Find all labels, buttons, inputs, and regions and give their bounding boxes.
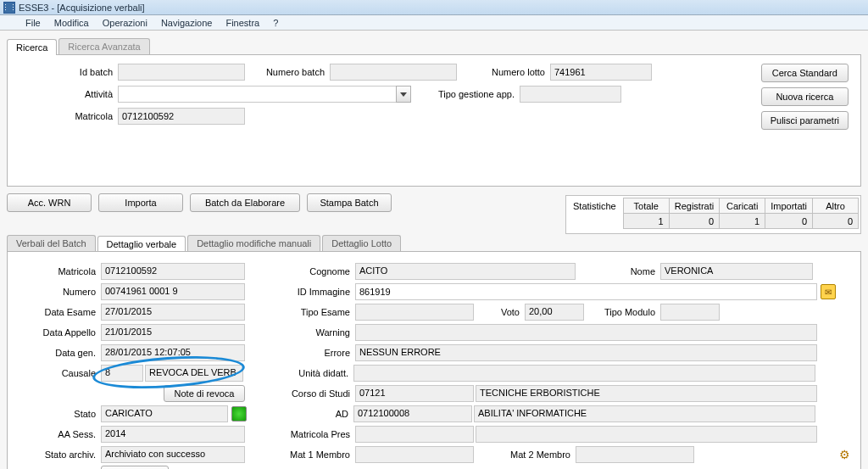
tab-dettaglio-lotto[interactable]: Dettaglio Lotto <box>322 235 401 251</box>
lbl-numero-lotto: Numero lotto <box>457 67 550 77</box>
lbl-d-ad: AD <box>247 409 353 419</box>
lbl-d-errore: Errore <box>245 348 355 358</box>
stats-table: Statistiche Totale Registrati Caricati I… <box>565 195 861 234</box>
detail-panel: Matricola 0712100592 Cognome ACITO Nome … <box>7 251 861 469</box>
gear-icon[interactable]: ⚙ <box>837 447 852 462</box>
tab-verbali-batch[interactable]: Verbali del Batch <box>7 235 96 251</box>
val-caricati: 1 <box>720 214 765 229</box>
btn-batch-da-elaborare[interactable]: Batch da Elaborare <box>190 193 300 212</box>
btn-archivia[interactable]: Archivia <box>101 466 169 469</box>
app-logo-icon: ⋮⋮ <box>3 2 15 14</box>
val-d-mat-pres <box>355 426 474 443</box>
val-d-ad-desc: ABILITA' INFORMATICHE <box>474 405 815 422</box>
val-d-stato: CARICATO <box>101 405 228 422</box>
menu-modifica[interactable]: Modifica <box>47 18 96 28</box>
val-altro: 0 <box>813 214 859 229</box>
menu-navigazione[interactable]: Navigazione <box>154 18 220 28</box>
input-attivita[interactable] <box>118 86 396 103</box>
val-d-ad-code: 0712100008 <box>353 405 472 422</box>
btn-note-di-revoca[interactable]: Note di revoca <box>164 385 245 402</box>
lbl-d-aa: AA Sess. <box>16 429 101 439</box>
val-d-voto: 20,00 <box>525 304 584 321</box>
lbl-d-stato-arch: Stato archiv. <box>16 449 101 460</box>
val-d-numero: 00741961 0001 9 <box>101 283 245 300</box>
val-d-warning <box>355 324 817 341</box>
tab-ricerca[interactable]: Ricerca <box>7 39 57 55</box>
btn-acc-wrn[interactable]: Acc. WRN <box>7 193 92 212</box>
lbl-d-cognome: Cognome <box>245 266 355 276</box>
val-d-mat2 <box>576 446 694 463</box>
col-totale: Totale <box>623 198 669 214</box>
val-d-matricola: 0712100592 <box>101 263 245 280</box>
folder-icon[interactable]: ✉ <box>821 284 836 299</box>
lbl-id-batch: Id batch <box>16 67 118 77</box>
lbl-tipo-gestione: Tipo gestione app. <box>411 89 520 99</box>
val-d-nome: VERONICA <box>660 263 813 280</box>
search-tabstrip: Ricerca Ricerca Avanzata <box>7 36 861 54</box>
lbl-d-data-appello: Data Appello <box>16 327 101 338</box>
lbl-d-numero: Numero <box>16 287 101 297</box>
val-totale: 1 <box>623 214 669 229</box>
val-d-cognome: ACITO <box>355 263 576 280</box>
btn-nuova-ricerca[interactable]: Nuova ricerca <box>761 87 849 106</box>
val-d-errore: NESSUN ERRORE <box>355 344 817 361</box>
lbl-d-id-immagine: ID Immagine <box>245 287 355 297</box>
val-d-mat1 <box>355 446 474 463</box>
chevron-down-icon[interactable] <box>396 86 411 103</box>
input-tipo-gestione[interactable] <box>520 86 621 103</box>
doc-icon <box>3 17 15 29</box>
menubar: File Modifica Operazioni Navigazione Fin… <box>0 15 868 31</box>
val-d-data-esame: 27/01/2015 <box>101 304 245 321</box>
input-id-batch[interactable] <box>118 64 245 81</box>
detail-tabstrip: Verbali del Batch Dettaglio verbale Dett… <box>7 232 861 251</box>
lbl-d-stato: Stato <box>16 409 101 419</box>
col-caricati: Caricati <box>720 198 765 214</box>
lbl-d-mat1: Mat 1 Membro <box>245 449 355 460</box>
lbl-d-mat-pres: Matricola Pres <box>245 429 355 439</box>
lbl-d-tipo-modulo: Tipo Modulo <box>584 307 660 317</box>
val-d-unita <box>353 365 815 382</box>
btn-importa[interactable]: Importa <box>98 193 183 212</box>
val-d-tipo-esame <box>355 304 474 321</box>
tab-dettaglio-modifiche[interactable]: Dettaglio modifiche manuali <box>187 235 320 251</box>
input-d-id-immagine[interactable] <box>355 283 817 300</box>
lbl-d-mat2: Mat 2 Membro <box>474 449 576 460</box>
val-d-data-gen: 28/01/2015 12:07:05 <box>101 344 245 361</box>
btn-stampa-batch[interactable]: Stampa Batch <box>307 193 392 212</box>
val-d-data-appello: 21/01/2015 <box>101 324 245 341</box>
status-green-icon <box>231 406 247 422</box>
val-d-tipo-modulo <box>660 304 720 321</box>
val-d-causale-desc: REVOCA DEL VERB <box>145 365 243 382</box>
tab-dettaglio-verbale[interactable]: Dettaglio verbale <box>97 236 186 252</box>
menu-file[interactable]: File <box>19 18 47 28</box>
val-d-mat-pres-desc <box>476 426 817 443</box>
lbl-numero-batch: Numero batch <box>245 67 330 77</box>
input-numero-batch[interactable] <box>330 64 457 81</box>
val-d-aa: 2014 <box>101 426 245 443</box>
lbl-d-data-esame: Data Esame <box>16 307 101 317</box>
lbl-d-matricola: Matricola <box>16 266 101 276</box>
btn-cerca-standard[interactable]: Cerca Standard <box>761 64 849 82</box>
menu-help[interactable]: ? <box>266 18 285 28</box>
input-numero-lotto[interactable] <box>550 64 652 81</box>
window-title: ESSE3 - [Acquisizione verbali] <box>19 3 145 13</box>
col-importati: Importati <box>765 198 813 214</box>
dropdown-attivita[interactable] <box>118 86 411 103</box>
lbl-statistiche: Statistiche <box>568 198 623 214</box>
val-d-causale-code: 8 <box>101 365 143 382</box>
val-registrati: 0 <box>669 214 719 229</box>
lbl-d-voto: Voto <box>474 307 525 317</box>
input-matricola[interactable] <box>118 108 245 125</box>
lbl-d-data-gen: Data gen. <box>16 348 101 358</box>
val-d-stato-arch: Archiviato con successo <box>101 446 245 463</box>
lbl-d-unita: Unità didatt. <box>243 368 353 378</box>
menu-finestra[interactable]: Finestra <box>219 18 266 28</box>
lbl-d-tipo-esame: Tipo Esame <box>245 307 355 317</box>
val-importati: 0 <box>765 214 813 229</box>
tab-ricerca-avanzata[interactable]: Ricerca Avanzata <box>58 38 149 54</box>
menu-operazioni[interactable]: Operazioni <box>96 18 154 28</box>
lbl-d-causale: Causale <box>16 368 101 378</box>
lbl-matricola: Matricola <box>16 111 118 121</box>
btn-pulisci-parametri[interactable]: Pulisci parametri <box>761 111 849 130</box>
lbl-attivita: Attività <box>16 89 118 99</box>
